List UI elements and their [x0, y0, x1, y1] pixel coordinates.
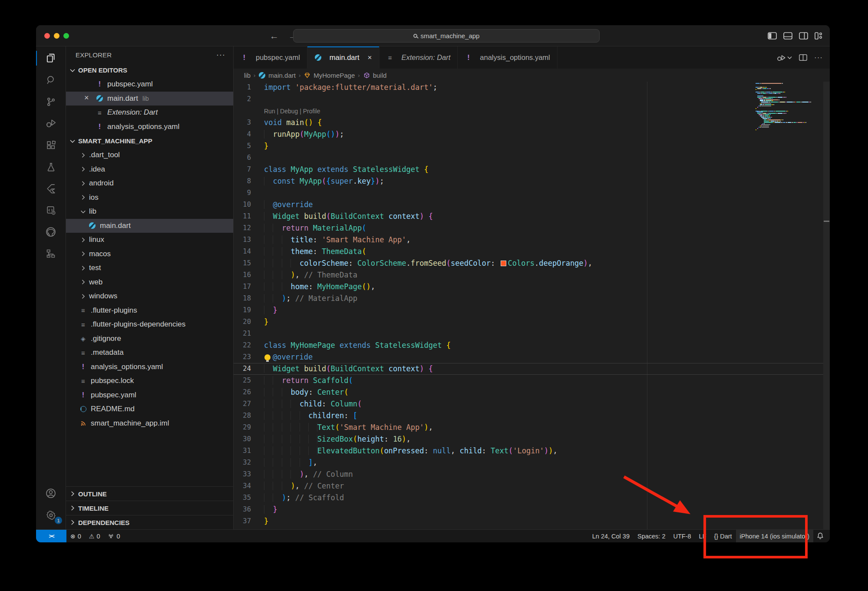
open-editor-item[interactable]: ×main.dartlib: [66, 92, 233, 106]
tab-Extension-Dart[interactable]: ≡Extension: Dart: [380, 46, 458, 69]
section-dependencies[interactable]: DEPENDENCIES: [66, 515, 233, 529]
split-editor-icon[interactable]: [799, 54, 807, 61]
status-item[interactable]: UTF-8: [669, 530, 695, 542]
open-editors-header[interactable]: OPEN EDITORS: [66, 63, 233, 77]
activity-bar-account[interactable]: [36, 482, 66, 504]
status-item[interactable]: Spaces: 2: [634, 530, 670, 542]
line-number: 22: [234, 340, 264, 351]
title-bar: ← → smart_machine_app: [36, 25, 830, 46]
lightbulb-icon[interactable]: [264, 354, 271, 360]
status-tower-count[interactable]: 0: [104, 530, 124, 542]
tree-item--dart-tool[interactable]: .dart_tool: [66, 148, 233, 162]
line-number: 6: [234, 152, 264, 164]
activity-bar-testing[interactable]: [36, 156, 66, 178]
maximize-window-button[interactable]: [63, 33, 69, 39]
tab-analysis-options-yaml[interactable]: !analysis_options.yaml: [458, 46, 557, 69]
breadcrumb-item-MyHomePage[interactable]: MyHomePage: [304, 72, 355, 79]
tree-item--gitignore[interactable]: ◈.gitignore: [66, 332, 233, 346]
editor-group: !pubspec.yamlmain.dart×≡Extension: Dart!…: [234, 46, 830, 529]
tree-item-pubspec-lock[interactable]: ≡pubspec.lock: [66, 374, 233, 388]
section-outline[interactable]: OUTLINE: [66, 486, 233, 501]
toggle-sidebar-icon[interactable]: [768, 32, 777, 40]
activity-bar-hierarchy[interactable]: [36, 243, 66, 264]
breadcrumb-item-build[interactable]: build: [363, 72, 387, 79]
code-line: 1import 'package:flutter/material.dart';: [234, 82, 830, 93]
notifications-bell-icon[interactable]: [813, 530, 830, 542]
tree-item-test[interactable]: test: [66, 261, 233, 275]
activity-bar-code-runner[interactable]: [36, 199, 66, 221]
tree-item--metadata[interactable]: ≡.metadata: [66, 346, 233, 360]
run-or-debug-button[interactable]: [776, 53, 792, 63]
codelens-row[interactable]: Run | Debug | Profile: [234, 105, 830, 117]
activity-bar-flutter[interactable]: [36, 178, 66, 199]
breadcrumb-item-lib[interactable]: lib: [244, 72, 251, 79]
close-tab-icon[interactable]: ×: [368, 53, 372, 62]
activity-bar-extensions[interactable]: [36, 134, 66, 156]
tree-item--flutter-plugins[interactable]: ≡.flutter-plugins: [66, 304, 233, 318]
code-line: 28 children: [: [234, 410, 830, 422]
tree-item--flutter-plugins-dependencies[interactable]: ≡.flutter-plugins-dependencies: [66, 317, 233, 332]
customize-layout-icon[interactable]: [815, 32, 823, 40]
tree-item-ios[interactable]: ios: [66, 191, 233, 205]
tree-item-macos[interactable]: macos: [66, 247, 233, 261]
minimap[interactable]: [753, 83, 823, 132]
remote-indicator[interactable]: ><: [36, 530, 66, 542]
tab-pubspec-yaml[interactable]: !pubspec.yaml: [234, 46, 307, 69]
editor-more-actions-icon[interactable]: ···: [814, 53, 823, 62]
code-line: 3void main() {: [234, 117, 830, 129]
toggle-panel-icon[interactable]: [783, 32, 792, 40]
tree-item-android[interactable]: android: [66, 176, 233, 191]
tree-item-README-md[interactable]: iREADME.md: [66, 402, 233, 416]
activity-bar-search[interactable]: [36, 69, 66, 91]
line-content: home: MyHomePage(),: [264, 281, 830, 293]
tab-label: main.dart: [330, 53, 360, 62]
back-arrow-icon[interactable]: ←: [270, 31, 279, 41]
tree-item--idea[interactable]: .idea: [66, 162, 233, 177]
activity-bar-settings[interactable]: 1: [36, 504, 66, 526]
explorer-more-actions-icon[interactable]: ···: [216, 50, 225, 59]
project-root-header[interactable]: SMART_MACHINE_APP: [66, 134, 233, 148]
codelens-run-debug-profile[interactable]: Run | Debug | Profile: [264, 108, 320, 115]
tree-item-windows[interactable]: windows: [66, 289, 233, 304]
section-label: TIMELINE: [78, 505, 109, 512]
command-center-search[interactable]: smart_machine_app: [293, 29, 600, 43]
gitignore-icon: ◈: [79, 335, 87, 342]
tree-item-web[interactable]: web: [66, 275, 233, 290]
status-item[interactable]: Ln 24, Col 39: [588, 530, 634, 542]
close-editor-icon[interactable]: ×: [84, 93, 89, 102]
activity-bar-explorer[interactable]: [36, 47, 66, 69]
toggle-secondary-sidebar-icon[interactable]: [799, 32, 808, 40]
tree-item-lib[interactable]: lib: [66, 205, 233, 219]
open-editor-item[interactable]: ≡Extension: Dart: [66, 106, 233, 120]
status-warning-count[interactable]: ⚠0: [85, 530, 104, 542]
scrollbar[interactable]: [823, 82, 830, 529]
search-icon: [413, 34, 417, 38]
activity-bar-source-control[interactable]: [36, 91, 66, 112]
line-number: 36: [234, 504, 264, 515]
activity-bar-run-debug[interactable]: [36, 112, 66, 134]
breadcrumb-item-main.dart[interactable]: main.dart: [258, 72, 296, 79]
text-file-icon: ≡: [79, 321, 87, 328]
tree-item-analysis-options-yaml[interactable]: !analysis_options.yaml: [66, 360, 233, 374]
open-editor-item[interactable]: !analysis_options.yaml: [66, 120, 233, 134]
tree-item-pubspec-yaml[interactable]: !pubspec.yaml: [66, 388, 233, 403]
tree-item-smart-machine-app-iml[interactable]: smart_machine_app.iml: [66, 416, 233, 431]
tree-item-main-dart[interactable]: main.dart: [66, 219, 233, 233]
line-number: 30: [234, 433, 264, 445]
line-content: Run | Debug | Profile: [264, 105, 830, 117]
code-editor[interactable]: 1import 'package:flutter/material.dart';…: [234, 82, 830, 529]
line-number: 24: [234, 363, 264, 375]
minimap-line: [756, 131, 823, 132]
status-error-count[interactable]: ⊗0: [66, 530, 85, 542]
open-editor-item[interactable]: !pubspec.yaml: [66, 77, 233, 92]
tab-main-dart[interactable]: main.dart×: [307, 46, 380, 69]
section-timeline[interactable]: TIMELINE: [66, 501, 233, 515]
activity-bar-github[interactable]: [36, 221, 66, 243]
tree-item-linux[interactable]: linux: [66, 233, 233, 247]
code-line: 13 title: 'Smart Machine App',: [234, 234, 830, 246]
tower-icon: [108, 533, 114, 539]
text-file-icon: ≡: [79, 307, 87, 314]
code-line: 33 ), // Column: [234, 469, 830, 480]
minimize-window-button[interactable]: [54, 33, 59, 39]
close-window-button[interactable]: [44, 33, 50, 39]
